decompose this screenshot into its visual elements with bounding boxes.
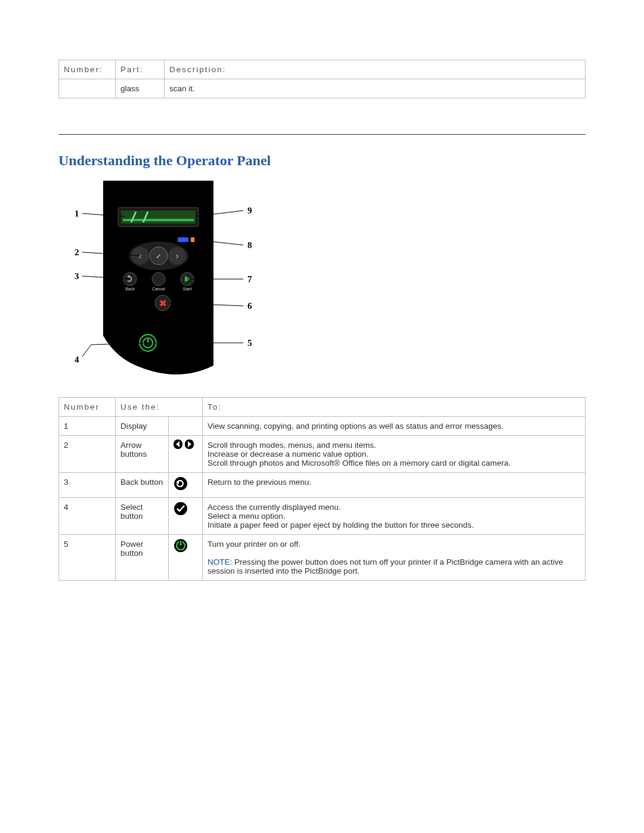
cell-to: Access the currently displayed menu. Sel… xyxy=(202,498,585,535)
cell-to: Turn your printer on or off. NOTE: Press… xyxy=(202,535,585,581)
cell-use: Arrow buttons xyxy=(116,436,169,473)
operator-panel-table: Number Use the: To: 1 Display View scann… xyxy=(58,397,586,581)
cell-use: Power button xyxy=(116,535,169,581)
to-line: Select a menu option. xyxy=(208,512,286,521)
to-line: Scroll through photos and Microsoft® Off… xyxy=(208,459,511,467)
cell-number: 3 xyxy=(59,473,116,498)
svg-point-16 xyxy=(152,272,165,286)
diagram-label-8: 8 xyxy=(247,240,252,250)
panel-header-use: Use the: xyxy=(116,398,203,417)
operator-panel-diagram: ‹ › ✓ Back Cancel Start ✖ xyxy=(58,181,586,385)
table-row: 1 Display View scanning, copying, and pr… xyxy=(59,417,586,436)
table-row: 2 Arrow buttons Scroll through modes, me… xyxy=(59,436,586,473)
to-line: Initiate a paper feed or paper eject by … xyxy=(208,521,474,529)
cell-to: Return to the previous menu. xyxy=(202,473,585,498)
diagram-label-6: 6 xyxy=(247,301,252,311)
cell-to: View scanning, copying, and printing opt… xyxy=(202,417,585,436)
to-line: Access the currently displayed menu. xyxy=(208,503,341,512)
section-divider xyxy=(58,134,586,135)
cell-number: 2 xyxy=(59,436,116,473)
svg-rect-6 xyxy=(191,237,194,242)
back-icon xyxy=(168,473,202,498)
diagram-back-label: Back xyxy=(125,287,135,291)
svg-point-37 xyxy=(174,477,187,490)
operator-panel-svg: ‹ › ✓ Back Cancel Start ✖ xyxy=(58,181,285,383)
cell-number: 4 xyxy=(59,498,116,535)
cell-number: 5 xyxy=(59,535,116,581)
parts-cell-part: glass xyxy=(116,79,165,98)
select-icon xyxy=(168,498,202,535)
table-row: 5 Power button Turn your printer on or o… xyxy=(59,535,586,581)
table-row: 4 Select button Access the currently dis… xyxy=(59,498,586,535)
cell-use: Display xyxy=(116,417,169,436)
diagram-label-2: 2 xyxy=(75,247,79,257)
diagram-label-7: 7 xyxy=(247,274,252,284)
parts-header-number: Number: xyxy=(59,60,116,79)
diagram-label-3: 3 xyxy=(75,271,79,281)
parts-header-description: Description: xyxy=(165,60,586,79)
section-title: Understanding the Operator Panel xyxy=(58,153,586,169)
parts-header-part: Part: xyxy=(116,60,165,79)
diagram-cancel-label: Cancel xyxy=(152,287,165,291)
table-row: 3 Back button Return to the previous men… xyxy=(59,473,586,498)
parts-cell-number xyxy=(59,79,116,98)
parts-table-fragment: Number: Part: Description: glass scan it… xyxy=(58,60,586,98)
diagram-label-5: 5 xyxy=(247,338,252,348)
to-line: Turn your printer on or off. xyxy=(208,540,301,549)
panel-header-to: To: xyxy=(202,398,585,417)
cell-use: Back button xyxy=(116,473,169,498)
diagram-label-9: 9 xyxy=(247,206,252,215)
panel-header-number: Number xyxy=(59,398,116,417)
svg-rect-5 xyxy=(178,237,188,242)
arrows-icon xyxy=(168,436,202,473)
to-line: Increase or decrease a numeric value opt… xyxy=(208,450,369,459)
note-body: Pressing the power button does not turn … xyxy=(208,558,563,575)
note-label: NOTE: xyxy=(208,558,232,566)
diagram-label-4: 4 xyxy=(75,355,79,364)
power-icon xyxy=(168,535,202,581)
svg-text:›: › xyxy=(176,251,179,261)
cell-number: 1 xyxy=(59,417,116,436)
diagram-label-1: 1 xyxy=(75,209,79,218)
svg-text:✓: ✓ xyxy=(156,252,162,261)
svg-text:✖: ✖ xyxy=(159,298,167,308)
cell-use: Select button xyxy=(116,498,169,535)
diagram-start-label: Start xyxy=(183,287,192,291)
cell-icon-empty xyxy=(168,417,202,436)
to-line: Scroll through modes, menus, and menu it… xyxy=(208,441,376,450)
parts-cell-description: scan it. xyxy=(165,79,586,98)
cell-to: Scroll through modes, menus, and menu it… xyxy=(202,436,585,473)
